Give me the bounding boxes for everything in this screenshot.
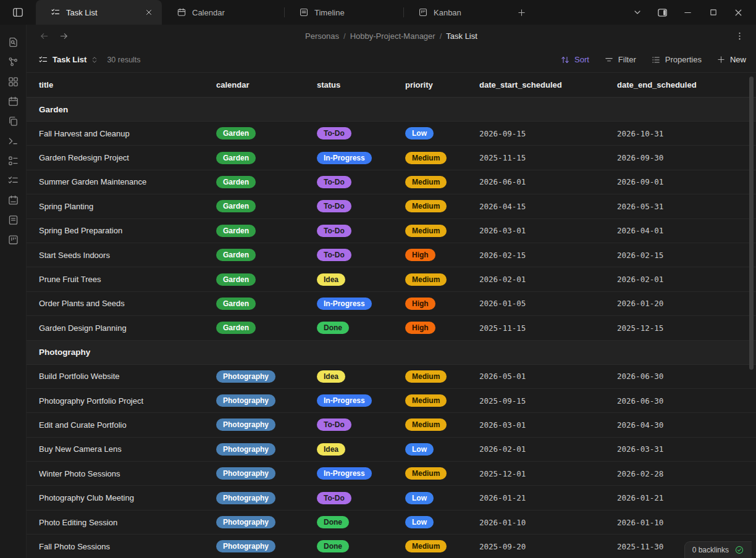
badge[interactable]: Medium	[405, 176, 447, 188]
cell-priority[interactable]: Medium	[405, 152, 479, 164]
cell-status[interactable]: In-Progress	[317, 467, 405, 480]
badge[interactable]: To-Do	[317, 176, 351, 188]
cell-priority[interactable]: Medium	[405, 540, 479, 552]
cell-priority[interactable]: Low	[405, 516, 479, 528]
badge[interactable]: In-Progress	[317, 152, 372, 164]
column-header-priority[interactable]: priority	[405, 80, 479, 90]
table-row[interactable]: Buy New Camera LensPhotographyIdeaLow202…	[27, 438, 756, 462]
table-row[interactable]: Build Portfolio WebsitePhotographyIdeaMe…	[27, 365, 756, 389]
cell-title[interactable]: Summer Garden Maintenance	[39, 177, 216, 186]
badge[interactable]: In-Progress	[317, 467, 372, 480]
cell-title[interactable]: Spring Planting	[39, 202, 216, 211]
view-selector[interactable]: Task List	[38, 55, 98, 65]
cell-status[interactable]: In-Progress	[317, 298, 405, 310]
back-button[interactable]	[36, 28, 51, 43]
forward-button[interactable]	[56, 28, 71, 43]
badge[interactable]: Low	[405, 443, 434, 456]
cell-date-start[interactable]: 2026-03-01	[479, 420, 617, 430]
cell-date-end[interactable]: 2026-03-31	[617, 444, 729, 454]
cell-date-end[interactable]: 2026-06-30	[617, 396, 729, 406]
cell-status[interactable]: Idea	[317, 370, 405, 383]
table-row[interactable]: Photo Editing SessionPhotographyDoneLow2…	[27, 510, 756, 535]
rail-button-calendar[interactable]	[2, 91, 23, 111]
table-row[interactable]: Fall Photo SessionsPhotographyDoneMedium…	[27, 535, 756, 558]
cell-title[interactable]: Build Portfolio Website	[39, 372, 216, 381]
badge[interactable]: Photography	[216, 492, 275, 504]
table-row[interactable]: Edit and Curate PortfolioPhotographyTo-D…	[27, 413, 756, 437]
cell-date-end[interactable]: 2026-06-30	[617, 372, 729, 381]
backlinks-button[interactable]: 0 backlinks	[684, 541, 752, 558]
cell-calendar[interactable]: Garden	[216, 127, 317, 140]
cell-title[interactable]: Garden Design Planning	[39, 323, 216, 333]
table-row[interactable]: Start Seeds IndoorsGardenTo-DoHigh2026-0…	[27, 243, 756, 267]
cell-priority[interactable]: Medium	[405, 176, 479, 188]
badge[interactable]: In-Progress	[317, 298, 372, 310]
cell-title[interactable]: Start Seeds Indoors	[39, 251, 216, 260]
cell-calendar[interactable]: Photography	[216, 492, 317, 504]
tab-calendar[interactable]: Calendar	[162, 0, 284, 25]
rail-button-file-search[interactable]	[2, 32, 23, 52]
table-row[interactable]: Garden Design PlanningGardenDoneHigh2025…	[27, 316, 756, 340]
cell-calendar[interactable]: Garden	[216, 176, 317, 188]
cell-date-start[interactable]: 2026-04-15	[479, 202, 617, 211]
table-row[interactable]: Garden Redesign ProjectGardenIn-Progress…	[27, 146, 756, 170]
cell-priority[interactable]: Low	[405, 443, 479, 456]
cell-date-start[interactable]: 2026-09-15	[479, 129, 617, 138]
badge[interactable]: Done	[317, 540, 349, 552]
rail-button-copy[interactable]	[2, 111, 23, 131]
badge[interactable]: Photography	[216, 443, 275, 456]
cell-priority[interactable]: Medium	[405, 467, 479, 480]
column-header-status[interactable]: status	[317, 80, 405, 90]
badge[interactable]: Low	[405, 127, 434, 140]
cell-date-end[interactable]: 2026-02-15	[617, 251, 729, 260]
badge[interactable]: Medium	[405, 200, 447, 212]
column-header-calendar[interactable]: calendar	[216, 80, 317, 90]
cell-title[interactable]: Edit and Curate Portfolio	[39, 420, 216, 430]
rail-button-graph[interactable]	[2, 52, 23, 72]
badge[interactable]: Done	[317, 516, 349, 528]
badge[interactable]: Low	[405, 492, 434, 504]
rail-button-document[interactable]	[2, 210, 23, 230]
cell-priority[interactable]: Medium	[405, 273, 479, 286]
cell-date-end[interactable]: 2026-05-31	[617, 202, 729, 211]
column-header-title[interactable]: title	[39, 80, 216, 90]
cell-date-end[interactable]: 2025-12-15	[617, 323, 729, 333]
cell-priority[interactable]: Medium	[405, 394, 479, 407]
sidebar-toggle-button[interactable]	[0, 0, 36, 25]
cell-priority[interactable]: Medium	[405, 418, 479, 431]
cell-date-start[interactable]: 2025-09-20	[479, 542, 617, 551]
badge[interactable]: To-Do	[317, 200, 351, 212]
badge[interactable]: Photography	[216, 540, 275, 552]
cell-priority[interactable]: Medium	[405, 200, 479, 212]
badge[interactable]: Medium	[405, 370, 447, 383]
badge[interactable]: Garden	[216, 127, 256, 140]
cell-calendar[interactable]: Garden	[216, 298, 317, 310]
badge[interactable]: To-Do	[317, 249, 351, 261]
cell-status[interactable]: To-Do	[317, 418, 405, 431]
close-window-button[interactable]	[726, 0, 751, 25]
cell-calendar[interactable]: Photography	[216, 394, 317, 407]
cell-status[interactable]: Done	[317, 540, 405, 552]
badge[interactable]: Low	[405, 516, 434, 528]
cell-calendar[interactable]: Garden	[216, 249, 317, 261]
new-tab-button[interactable]	[506, 0, 536, 25]
page-more-options-button[interactable]	[731, 28, 747, 44]
cell-date-start[interactable]: 2026-01-05	[479, 299, 617, 308]
cell-title[interactable]: Garden Redesign Project	[39, 153, 216, 162]
table-row[interactable]: Spring Bed PreparationGardenTo-DoMedium2…	[27, 219, 756, 243]
filter-button[interactable]: Filter	[604, 55, 636, 65]
badge[interactable]: Idea	[317, 273, 345, 286]
badge[interactable]: To-Do	[317, 418, 351, 431]
cell-date-start[interactable]: 2026-02-15	[479, 251, 617, 260]
badge[interactable]: In-Progress	[317, 394, 372, 407]
cell-date-end[interactable]: 2026-04-30	[617, 420, 729, 430]
cell-date-end[interactable]: 2026-02-01	[617, 275, 729, 284]
cell-date-start[interactable]: 2025-11-15	[479, 323, 617, 333]
cell-calendar[interactable]: Photography	[216, 443, 317, 456]
cell-date-start[interactable]: 2025-12-01	[479, 469, 617, 478]
badge[interactable]: High	[405, 249, 435, 261]
cell-title[interactable]: Fall Photo Sessions	[39, 542, 216, 551]
cell-status[interactable]: To-Do	[317, 176, 405, 188]
badge[interactable]: Garden	[216, 273, 256, 286]
cell-status[interactable]: In-Progress	[317, 152, 405, 164]
